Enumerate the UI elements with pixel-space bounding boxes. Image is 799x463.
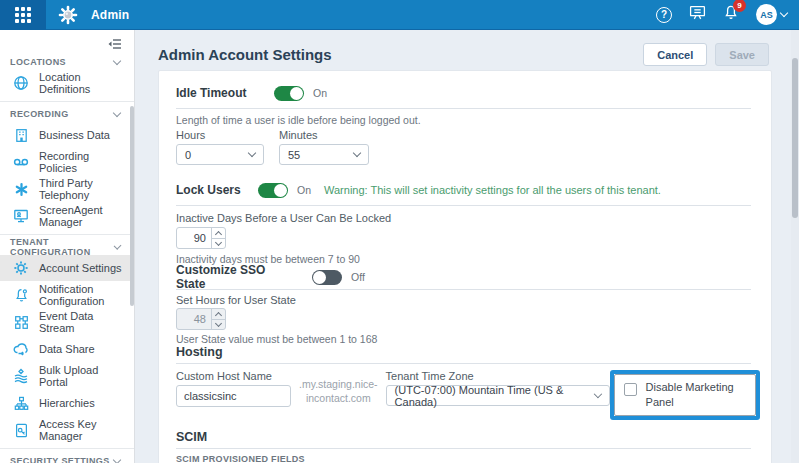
waffle-menu-icon: [15, 7, 31, 23]
sidebar-item-location-definitions[interactable]: Location Definitions: [0, 70, 134, 96]
main-scrollbar-track[interactable]: [791, 30, 799, 463]
timezone-label: Tenant Time Zone: [386, 370, 610, 382]
inactive-days-input[interactable]: 90: [176, 227, 226, 249]
asterisk-icon: [13, 181, 29, 197]
layers-icon: [13, 368, 29, 384]
notifications-button[interactable]: 9: [723, 4, 739, 25]
spinner-down-icon[interactable]: [212, 320, 225, 330]
divider: [176, 108, 751, 109]
save-button[interactable]: Save: [715, 43, 769, 66]
minutes-select[interactable]: 55: [279, 144, 369, 165]
gear-icon: [13, 260, 29, 276]
chevron-down-icon: [248, 149, 256, 157]
divider: [0, 234, 134, 235]
minutes-label: Minutes: [279, 129, 369, 141]
host-suffix: .my.staging.nice-incontact.com: [299, 378, 378, 405]
spinner-up-icon[interactable]: [212, 309, 225, 320]
main-scrollbar-thumb[interactable]: [792, 58, 798, 218]
lock-users-state: On: [297, 184, 311, 196]
set-hours-hint: User State value must be between 1 to 16…: [176, 333, 751, 345]
customize-sso-label: Customize SSO State: [176, 263, 296, 291]
disable-marketing-checkbox[interactable]: [624, 383, 637, 396]
app-title: Admin: [91, 8, 129, 22]
building-icon: [13, 127, 29, 143]
timezone-field: Tenant Time Zone (UTC-07:00) Mountain Ti…: [386, 370, 610, 406]
sidebar-nav: LOCATIONS Location Definitions RECORDING: [0, 30, 135, 463]
set-hours-input[interactable]: 48: [176, 308, 226, 330]
disable-marketing-highlight: Disable Marketing Panel: [610, 370, 760, 420]
sidebar-item-screenagent-manager[interactable]: ScreenAgent Manager: [0, 203, 134, 229]
sidebar-item-hierarchies[interactable]: Hierarchies: [0, 390, 134, 416]
hours-label: Hours: [176, 129, 264, 141]
globe-icon: [13, 75, 29, 91]
idle-timeout-state: On: [313, 87, 327, 99]
custom-host-field: Custom Host Name: [176, 370, 291, 407]
lock-users-toggle[interactable]: [258, 183, 288, 198]
cloud-share-icon: [13, 341, 29, 357]
customize-sso-toggle[interactable]: [312, 270, 342, 285]
notification-badge: 9: [733, 0, 746, 12]
hosting-row: Custom Host Name .my.staging.nice-incont…: [176, 370, 751, 420]
sidebar-item-third-party-telephony[interactable]: Third Party Telephony: [0, 176, 134, 202]
admin-app-window: Admin ? 9 AS: [0, 0, 799, 463]
sidebar-scrollbar[interactable]: [130, 106, 134, 306]
sidebar-item-data-share[interactable]: Data Share: [0, 336, 134, 362]
set-hours-spinner: [211, 309, 225, 329]
sidebar-section-locations[interactable]: LOCATIONS: [0, 55, 134, 69]
customize-sso-row: Customize SSO State Off: [176, 268, 751, 286]
idle-timeout-description: Length of time a user is idle before bei…: [176, 114, 751, 126]
data-nodes-icon: [13, 314, 29, 330]
chevron-down-icon: [113, 108, 121, 116]
hours-field: Hours 0: [176, 129, 264, 165]
lock-users-label: Lock Users: [176, 183, 242, 197]
org-chart-icon: [13, 395, 29, 411]
customize-sso-state: Off: [351, 271, 365, 283]
key-document-icon: [13, 422, 29, 438]
sidebar-item-recording-policies[interactable]: Recording Policies: [0, 149, 134, 175]
user-menu[interactable]: AS: [756, 4, 787, 25]
sidebar-item-business-data[interactable]: Business Data: [0, 122, 134, 148]
disable-marketing-label: Disable Marketing Panel: [646, 380, 746, 410]
bell-gear-icon: [13, 287, 29, 303]
chevron-down-icon: [353, 149, 361, 157]
idle-timeout-toggle[interactable]: [274, 86, 304, 101]
page-title: Admin Account Settings: [158, 46, 332, 63]
minutes-field: Minutes 55: [279, 129, 369, 165]
hours-select[interactable]: 0: [176, 144, 264, 165]
sidebar-item-event-data-stream[interactable]: Event Data Stream: [0, 309, 134, 335]
inactive-days-spinner: [211, 228, 225, 248]
sidebar-item-notification-configuration[interactable]: Notification Configuration: [0, 282, 134, 308]
sidebar-section-security-settings[interactable]: SECURITY SETTINGS: [0, 454, 134, 463]
divider: [176, 363, 751, 364]
divider: [0, 101, 134, 102]
custom-host-input[interactable]: [176, 385, 291, 407]
sidebar-item-access-key-manager[interactable]: Access Key Manager: [0, 417, 134, 443]
divider: [0, 448, 134, 449]
settings-card: Idle Timeout On Length of time a user is…: [158, 70, 772, 463]
avatar: AS: [756, 4, 777, 25]
set-hours-label: Set Hours for User State: [176, 294, 751, 306]
timezone-select[interactable]: (UTC-07:00) Mountain Time (US & Canada): [386, 385, 610, 406]
announcements-icon[interactable]: [689, 4, 706, 25]
spinner-up-icon[interactable]: [212, 228, 225, 239]
custom-host-label: Custom Host Name: [176, 370, 291, 382]
top-bar: Admin ? 9 AS: [0, 0, 799, 30]
sidebar-section-tenant-configuration[interactable]: TENANT CONFIGURATION: [0, 240, 134, 254]
divider: [176, 205, 751, 206]
sidebar-item-account-settings[interactable]: Account Settings: [0, 255, 134, 281]
sidebar-item-bulk-upload-portal[interactable]: Bulk Upload Portal: [0, 363, 134, 389]
app-switcher-button[interactable]: [0, 0, 46, 30]
idle-timeout-label: Idle Timeout: [176, 86, 258, 100]
spinner-down-icon[interactable]: [212, 239, 225, 249]
help-icon[interactable]: ?: [656, 7, 672, 23]
chevron-down-icon: [780, 9, 788, 17]
scim-provisioned-fields-label: SCIM PROVISIONED FIELDS: [176, 454, 751, 463]
brand-logo-icon: [58, 5, 78, 25]
cancel-button[interactable]: Cancel: [643, 43, 707, 66]
chevron-down-icon: [113, 455, 121, 463]
sidebar-section-recording[interactable]: RECORDING: [0, 107, 134, 121]
collapse-sidebar-icon[interactable]: [108, 36, 122, 48]
lock-users-warning: Warning: This will set inactivity settin…: [324, 184, 661, 196]
divider: [176, 448, 751, 449]
monitor-icon: [13, 208, 29, 224]
